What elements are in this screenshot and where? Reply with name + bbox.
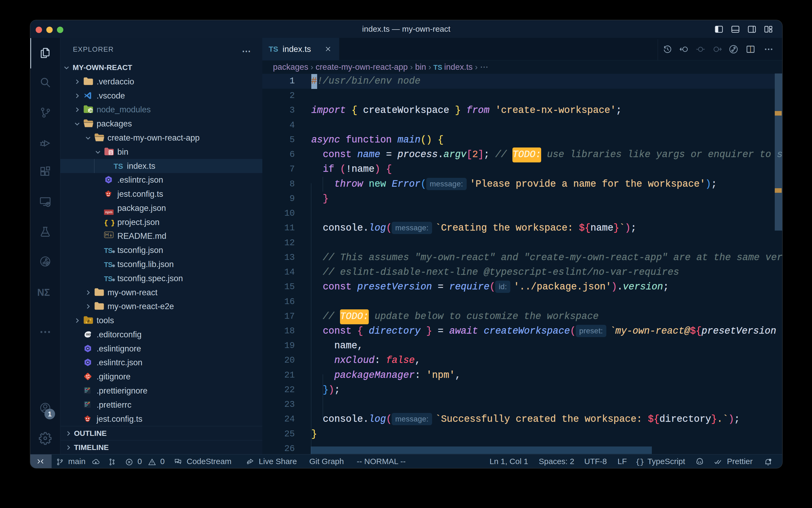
svg-text:10: 10 (110, 153, 112, 155)
svg-text:JS: JS (89, 110, 93, 112)
